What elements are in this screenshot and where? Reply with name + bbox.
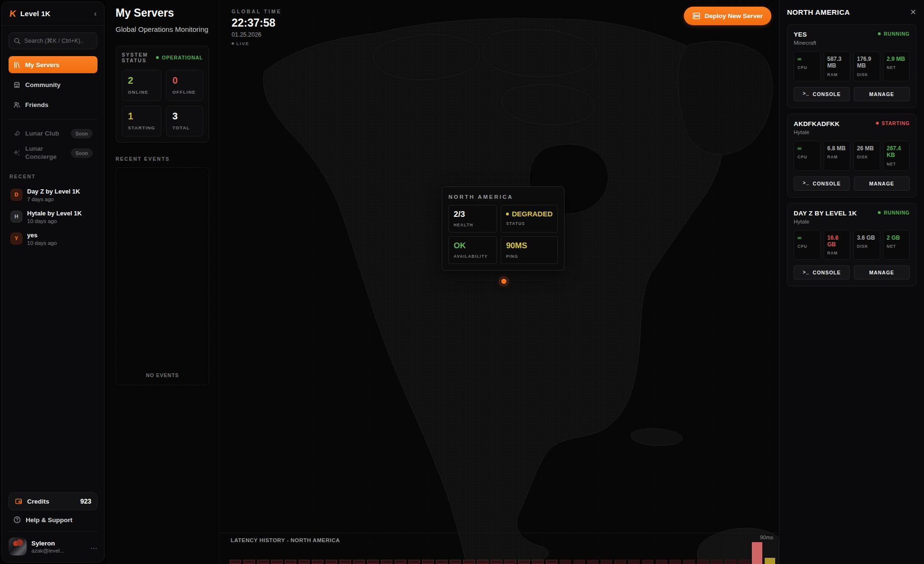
recent-item-time: 7 days ago xyxy=(27,196,80,202)
latency-bar xyxy=(463,560,475,564)
status-badge: RUNNING xyxy=(878,210,910,215)
stat-label: DISK xyxy=(857,244,876,249)
server-actions: >_ CONSOLE MANAGE xyxy=(794,176,910,191)
brand-name: Level 1K xyxy=(20,10,90,18)
user-menu-button[interactable]: ... xyxy=(90,543,97,550)
manage-button[interactable]: MANAGE xyxy=(854,176,910,191)
latency-bar xyxy=(422,560,434,564)
status-badge: STARTING xyxy=(876,120,910,126)
terminal-icon: >_ xyxy=(803,91,809,97)
latency-bar xyxy=(353,560,365,564)
stat-label: DISK xyxy=(857,72,876,77)
console-label: CONSOLE xyxy=(813,91,841,97)
console-button[interactable]: >_ CONSOLE xyxy=(794,176,850,191)
status-text: RUNNING xyxy=(884,31,910,37)
popup-value-text: 2/3 xyxy=(454,210,465,219)
nav-label: Lunar Concierge xyxy=(25,145,66,161)
latency-max-label: 90ms xyxy=(760,535,773,540)
latency-bar xyxy=(614,560,626,564)
sidebar-item-lunar-club[interactable]: Lunar Club Soon xyxy=(9,125,97,142)
recent-item-dayz[interactable]: D Day Z by Level 1K 7 days ago xyxy=(9,184,97,206)
system-status-card: SYSTEM STATUS OPERATIONAL 2 ONLINE 0 OFF… xyxy=(116,46,209,143)
main-area: My Servers Global Operations Monitoring … xyxy=(106,0,924,564)
servers-icon xyxy=(13,61,20,68)
stat-cpu: ∞ CPU xyxy=(794,141,821,171)
stat-value: 0 xyxy=(172,75,197,86)
stat-label: NET xyxy=(887,244,906,249)
world-map xyxy=(219,0,779,564)
recent-item-time: 10 days ago xyxy=(27,218,82,224)
search-icon xyxy=(14,38,20,44)
stat-cpu: ∞ CPU xyxy=(794,230,821,260)
overview-column: My Servers Global Operations Monitoring … xyxy=(106,0,219,564)
stat-value: 1 xyxy=(128,111,155,122)
latency-bar xyxy=(532,560,544,564)
server-name: AKDFKADFKK xyxy=(794,120,876,127)
server-name: YES xyxy=(794,31,878,38)
close-icon[interactable]: ✕ xyxy=(910,8,916,17)
popup-value: DEGRADED xyxy=(506,210,553,218)
stat-ram: 6.8 MB RAM xyxy=(824,141,851,171)
popup-value: 2/3 xyxy=(454,210,492,219)
latency-bar xyxy=(670,560,681,564)
avatar xyxy=(9,537,27,555)
sidebar-collapse-button[interactable]: ‹ xyxy=(94,10,97,18)
status-text: STARTING xyxy=(882,120,910,126)
popup-label: PING xyxy=(506,254,553,259)
sidebar-item-community[interactable]: Community xyxy=(9,76,97,93)
latency-bar xyxy=(436,560,447,564)
popup-value: 90MS xyxy=(506,241,553,251)
help-icon xyxy=(13,516,21,524)
stat-label: CPU xyxy=(798,65,817,70)
console-button[interactable]: >_ CONSOLE xyxy=(794,87,850,101)
region-popup-grid: 2/3 HEALTH DEGRADED STATUS OK AVAILABILI… xyxy=(448,205,558,264)
region-marker-dot[interactable] xyxy=(501,279,506,284)
sidebar-item-lunar-concierge[interactable]: Lunar Concierge Soon xyxy=(9,142,97,164)
wallet-icon xyxy=(15,497,22,505)
stat-total: 3 TOTAL xyxy=(166,106,203,136)
stat-net: 2 GB NET xyxy=(883,230,910,260)
help-support-button[interactable]: Help & Support xyxy=(9,510,97,529)
search-input[interactable] xyxy=(24,38,92,44)
sidebar-item-my-servers[interactable]: My Servers xyxy=(9,56,97,73)
latency-bar xyxy=(711,560,722,564)
user-profile[interactable]: Syleron azak@level... ... xyxy=(9,531,97,555)
recent-item-title: yes xyxy=(27,232,57,239)
popup-value-text: 90MS xyxy=(506,241,527,251)
live-indicator: LIVE xyxy=(232,41,282,46)
stat-label: OFFLINE xyxy=(172,89,197,95)
console-button[interactable]: >_ CONSOLE xyxy=(794,265,850,280)
sparkles-icon xyxy=(13,149,20,156)
soon-badge: Soon xyxy=(71,129,93,138)
sidebar-item-friends[interactable]: Friends xyxy=(9,96,97,113)
nav-label: Community xyxy=(25,81,60,88)
stat-net: 267.4 KB NET xyxy=(883,141,910,171)
server-game: Hytale xyxy=(794,219,910,224)
latency-bar xyxy=(477,560,488,564)
region-popup[interactable]: NORTH AMERICA 2/3 HEALTH DEGRADED STATUS xyxy=(442,186,564,271)
manage-button[interactable]: MANAGE xyxy=(854,87,910,101)
global-time-value: 22:37:58 xyxy=(232,17,282,29)
app-root: K Level 1K ‹ My Servers xyxy=(0,0,924,564)
recent-item-yes[interactable]: Y yes 10 days ago xyxy=(9,228,97,250)
global-time-block: GLOBAL TIME 22:37:58 01.25.2026 LIVE xyxy=(232,9,282,46)
latency-bar xyxy=(642,560,653,564)
deploy-new-server-button[interactable]: Deploy New Server xyxy=(684,7,771,25)
sidebar: K Level 1K ‹ My Servers xyxy=(0,0,106,564)
map-zone[interactable]: GLOBAL TIME 22:37:58 01.25.2026 LIVE Dep… xyxy=(219,0,779,564)
region-popup-title: NORTH AMERICA xyxy=(448,194,558,200)
stat-label: RAM xyxy=(827,251,847,255)
latency-bar xyxy=(518,560,530,564)
nav-label: Friends xyxy=(25,101,49,108)
recent-item-hytale[interactable]: H Hytale by Level 1K 10 days ago xyxy=(9,206,97,228)
divider xyxy=(9,119,97,119)
friends-icon xyxy=(13,101,20,108)
manage-button[interactable]: MANAGE xyxy=(854,265,910,280)
popup-label: HEALTH xyxy=(454,223,492,227)
search-box[interactable] xyxy=(9,32,97,49)
console-label: CONSOLE xyxy=(813,181,841,186)
status-text: RUNNING xyxy=(884,210,910,215)
credits-button[interactable]: Credits 923 xyxy=(9,492,97,510)
latency-bar xyxy=(340,560,351,564)
popup-value: OK xyxy=(454,241,492,251)
